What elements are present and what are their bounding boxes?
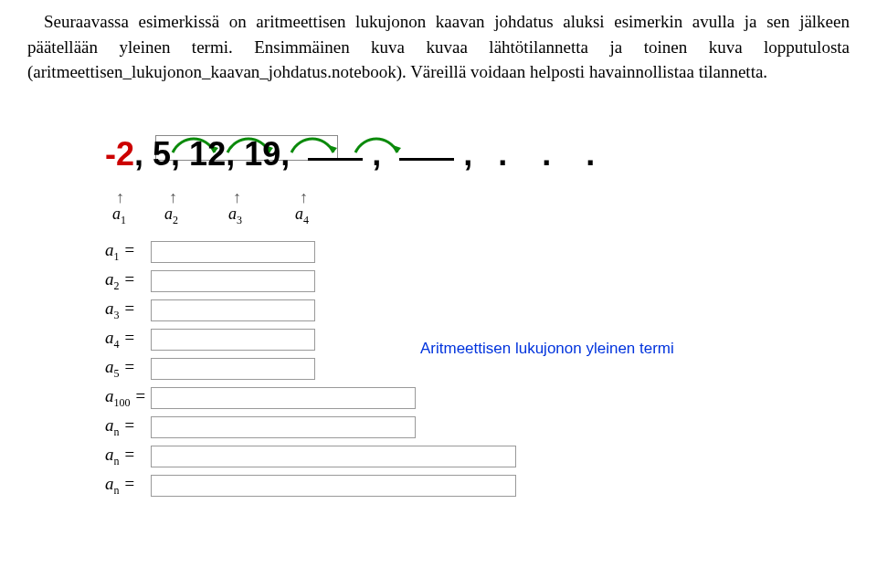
eq-row-a100: a100 =: [105, 385, 877, 411]
blue-caption: Aritmeettisen lukujonon yleinen termi: [420, 340, 674, 358]
eq-box: [151, 387, 416, 409]
eq-row-a3: a3 =: [105, 298, 877, 323]
eq-box: [151, 416, 416, 438]
sub-a4: a4: [295, 205, 309, 227]
term-1: -2: [105, 135, 134, 173]
blank-slot: [399, 158, 454, 161]
comma: ,: [134, 135, 143, 173]
eq-box: [151, 241, 315, 263]
eq-box: [151, 446, 516, 467]
comma: ,: [463, 135, 472, 173]
figure-area: -2, 5, 12, 19, , , . . . ↑ ↑ ↑ ↑ a1 a2 a…: [0, 135, 877, 499]
ellipsis: . . .: [498, 135, 608, 173]
eq-label: a4 =: [105, 328, 151, 352]
term-4: 19: [244, 135, 280, 173]
eq-row-an-3: an =: [105, 473, 877, 499]
sub-a2: a2: [164, 205, 178, 227]
eq-box: [151, 358, 315, 380]
arc-icon: [352, 124, 401, 146]
eq-label: a5 =: [105, 357, 151, 381]
eq-box: [151, 475, 516, 497]
eq-row-a5: a5 =: [105, 356, 877, 382]
eq-box: [151, 299, 315, 321]
eq-label: an =: [105, 415, 151, 439]
arc-icon: [288, 124, 337, 146]
sub-a1: a1: [112, 205, 126, 227]
sequence-row: -2, 5, 12, 19, , , . . .: [105, 135, 877, 190]
eq-row-an: an =: [105, 415, 877, 440]
eq-row-a1: a1 =: [105, 239, 877, 265]
sub-labels-row: ↑ ↑ ↑ ↑ a1 a2 a3 a4: [105, 190, 877, 228]
paragraph-text: Seuraavassa esimerkissä on aritmeettisen…: [27, 12, 850, 81]
blank-slot: [308, 158, 363, 161]
eq-box: [151, 329, 315, 351]
eq-label: a3 =: [105, 299, 151, 322]
eq-box: [151, 270, 315, 292]
eq-row-a2: a2 =: [105, 268, 877, 294]
eq-label: an =: [105, 474, 151, 498]
eq-label: a100 =: [105, 386, 151, 410]
term-2: 5: [153, 135, 171, 173]
eq-row-an-2: an =: [105, 444, 877, 469]
term-3: 12: [189, 135, 226, 173]
equation-rows: a1 = a2 = a3 = a4 = a5 = a100 = an = an: [105, 239, 877, 499]
sub-a3: a3: [228, 205, 242, 227]
eq-label: an =: [105, 445, 151, 468]
eq-label: a2 =: [105, 269, 151, 293]
eq-label: a1 =: [105, 240, 151, 264]
